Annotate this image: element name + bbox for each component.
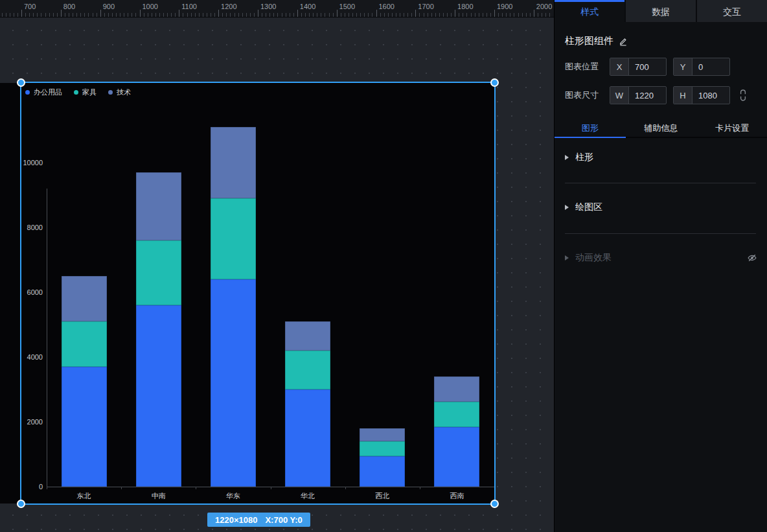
tab-style[interactable]: 样式	[555, 0, 624, 22]
ruler-tick	[112, 13, 113, 17]
ruler-tick	[435, 13, 436, 17]
horizontal-ruler: 7008009001000110012001300140015001600170…	[0, 0, 554, 17]
divider	[565, 183, 756, 183]
ruler-tick	[242, 13, 243, 17]
ruler-tick	[124, 13, 124, 17]
resize-handle-top-right[interactable]	[490, 78, 499, 87]
ruler-tick-label: 1700	[418, 3, 433, 10]
subtab-graphic[interactable]: 图形	[555, 119, 626, 137]
ruler-tick-label: 1100	[181, 3, 197, 10]
ruler-tick	[37, 13, 38, 17]
ruler-tick	[498, 13, 499, 17]
ruler-tick	[286, 13, 286, 17]
ruler-tick	[411, 13, 412, 17]
ruler-tick	[466, 13, 467, 17]
ruler-tick	[439, 13, 440, 17]
edit-title-icon[interactable]	[619, 37, 628, 46]
resize-handle-bottom-right[interactable]	[490, 500, 499, 508]
ruler-tick	[388, 13, 389, 17]
collapse-arrow-icon[interactable]	[565, 155, 569, 160]
visibility-off-icon[interactable]	[747, 253, 757, 263]
ruler-tick	[360, 13, 361, 17]
ruler-tick	[73, 13, 73, 17]
ruler-tick	[538, 13, 538, 17]
ruler-tick	[140, 10, 141, 17]
ruler-tick	[321, 13, 321, 17]
h-prefix: H	[674, 87, 693, 104]
subtab-auxiliary-info[interactable]: 辅助信息	[626, 119, 697, 137]
ruler-tick	[479, 13, 479, 17]
ruler-tick	[152, 13, 152, 17]
ruler-tick	[167, 13, 168, 17]
ruler-tick-label: 800	[63, 3, 75, 10]
x-value[interactable]: 700	[629, 58, 666, 75]
ruler-tick	[428, 13, 428, 17]
ruler-tick	[76, 13, 77, 17]
subtab-card-settings[interactable]: 卡片设置	[696, 119, 767, 137]
chart-position-label: 图表位置	[565, 61, 599, 73]
ruler-tick	[175, 13, 176, 17]
ruler-tick	[518, 13, 519, 17]
size-h-input[interactable]: H 1080	[673, 86, 730, 104]
tab-interaction[interactable]: 交互	[697, 0, 767, 22]
ruler-tick	[148, 13, 148, 17]
collapse-arrow-icon[interactable]	[565, 255, 569, 260]
ruler-tick	[483, 13, 483, 17]
y-value[interactable]: 0	[693, 58, 729, 75]
ruler-tick	[419, 13, 420, 17]
panel-subtab-bar: 图形 辅助信息 卡片设置	[555, 119, 767, 138]
position-y-input[interactable]: Y 0	[673, 58, 730, 76]
ruler-tick	[93, 13, 93, 17]
ruler-tick	[313, 13, 314, 17]
panel-tab-bar: 样式 数据 交互	[555, 0, 767, 22]
ruler-tick-label: 900	[103, 3, 115, 10]
ruler-tick-label: 1000	[143, 3, 158, 10]
ruler-tick	[17, 13, 18, 17]
ruler-tick	[203, 13, 203, 17]
ruler-tick	[250, 13, 251, 17]
chart-size-label: 图表尺寸	[565, 89, 599, 101]
selection-border[interactable]	[20, 82, 496, 505]
section-plot-area[interactable]: 绘图区	[565, 201, 757, 214]
h-value[interactable]: 1080	[693, 87, 729, 104]
ruler-tick	[317, 13, 317, 17]
lock-aspect-ratio-icon[interactable]	[738, 89, 748, 102]
position-x-input[interactable]: X 700	[610, 58, 667, 76]
ruler-tick	[144, 13, 144, 17]
ruler-tick	[494, 10, 495, 17]
ruler-tick	[116, 13, 117, 17]
ruler-tick	[502, 13, 503, 17]
ruler-tick	[526, 13, 527, 17]
ruler-tick	[431, 13, 432, 17]
resize-handle-top-left[interactable]	[17, 78, 25, 87]
resize-handle-bottom-left[interactable]	[17, 500, 25, 508]
ruler-tick-label: 1300	[260, 3, 276, 10]
ruler-tick-label: 700	[24, 3, 36, 10]
section-bar[interactable]: 柱形	[565, 151, 757, 164]
divider	[565, 233, 756, 234]
ruler-tick	[179, 10, 179, 17]
ruler-tick	[53, 13, 54, 17]
ruler-tick	[333, 13, 334, 17]
canvas-area[interactable]: 7008009001000110012001300140015001600170…	[0, 0, 554, 532]
ruler-tick	[218, 10, 219, 17]
ruler-tick	[69, 13, 69, 17]
tab-data[interactable]: 数据	[626, 0, 696, 22]
selection-position-label: X:700 Y:0	[265, 515, 302, 525]
ruler-tick	[282, 13, 282, 17]
section-animation[interactable]: 动画效果	[565, 251, 757, 264]
w-value[interactable]: 1220	[629, 87, 666, 104]
ruler-tick-label: 1400	[300, 3, 315, 10]
ruler-tick-label: 1800	[457, 3, 473, 10]
size-w-input[interactable]: W 1220	[610, 86, 667, 104]
ruler-tick	[33, 13, 34, 17]
ruler-tick	[25, 13, 26, 17]
ruler-tick-label: 2000	[536, 3, 552, 10]
ruler-tick-label: 1200	[221, 3, 236, 10]
ruler-tick	[108, 13, 109, 17]
ruler-tick	[510, 13, 510, 17]
ruler-tick	[41, 13, 41, 17]
collapse-arrow-icon[interactable]	[565, 205, 569, 210]
ruler-tick	[258, 10, 258, 17]
ruler-tick	[451, 13, 452, 17]
